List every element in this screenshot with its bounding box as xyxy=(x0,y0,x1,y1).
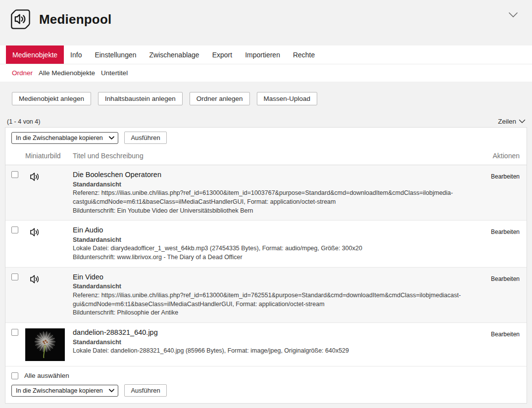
table-row: dandelion-288321_640.jpg Standardansicht… xyxy=(5,323,527,366)
speaker-icon xyxy=(29,171,41,183)
bulk-action-select[interactable]: In die Zwischenablage kopieren xyxy=(11,132,118,144)
media-table: In die Zwischenablage kopieren Ausführen… xyxy=(5,127,527,404)
tab-zwischenablage[interactable]: Zwischenablage xyxy=(143,45,205,64)
execute-button[interactable]: Ausführen xyxy=(124,132,166,144)
media-title: Die Booleschen Operatoren xyxy=(73,170,475,180)
media-view-label: Standardansicht xyxy=(73,282,475,291)
edit-link[interactable]: Bearbeiten xyxy=(491,331,520,338)
media-detail-line: Referenz: https://ilias.unibe.ch/ilias.p… xyxy=(73,291,475,300)
select-all-label: Alle auswählen xyxy=(24,372,69,379)
subtab-alle-medienobjekte[interactable]: Alle Medienobjekte xyxy=(39,69,95,77)
toolbar: Medienobjekt anlegen Inhaltsbaustein anl… xyxy=(12,92,532,105)
media-view-label: Standardansicht xyxy=(73,181,475,189)
media-detail-line: Bildunterschrift: www.librivox.org - The… xyxy=(73,253,475,262)
create-folder-button[interactable]: Ordner anlegen xyxy=(190,92,250,105)
execute-button[interactable]: Ausführen xyxy=(124,384,166,397)
mediapool-icon xyxy=(9,8,32,31)
row-checkbox[interactable] xyxy=(11,171,18,178)
table-row: Die Booleschen Operatoren Standardansich… xyxy=(5,165,527,221)
speaker-icon xyxy=(29,226,41,238)
chevron-down-icon[interactable] xyxy=(508,12,518,18)
column-title: Titel und Beschreibung xyxy=(73,152,475,160)
media-detail-line: Bildunterschrift: Philosophie der Antike xyxy=(73,309,475,317)
bulk-action-select[interactable]: In die Zwischenablage kopieren xyxy=(11,385,118,397)
create-content-snippet-button[interactable]: Inhaltsbaustein anlegen xyxy=(98,92,183,105)
table-header: Miniaturbild Titel und Beschreibung Akti… xyxy=(5,147,527,165)
pagination-row-top: (1 - 4 von 4) Zeilen xyxy=(7,118,526,125)
subtab-untertitel[interactable]: Untertitel xyxy=(101,69,128,77)
media-detail-line: Lokale Datei: diarydeadofficer_1_west_64… xyxy=(73,244,475,253)
pagination-top: (1 - 4 von 4) xyxy=(7,118,40,125)
edit-link[interactable]: Bearbeiten xyxy=(491,228,520,235)
subtab-ordner[interactable]: Ordner xyxy=(12,69,33,77)
window-header: Medienpool xyxy=(0,0,532,45)
dandelion-image xyxy=(25,328,65,361)
subtab-bar: Ordner Alle Medienobjekte Untertitel xyxy=(0,64,532,82)
rows-label: Zeilen xyxy=(498,118,516,125)
bulk-action-bar-top: In die Zwischenablage kopieren Ausführen xyxy=(5,128,527,147)
tab-einstellungen[interactable]: Einstellungen xyxy=(88,45,143,64)
media-view-label: Standardansicht xyxy=(73,236,475,245)
select-all-checkbox[interactable] xyxy=(11,372,18,379)
row-checkbox[interactable] xyxy=(11,329,18,336)
rows-dropdown[interactable]: Zeilen xyxy=(498,118,526,125)
media-title: dandelion-288321_640.jpg xyxy=(73,328,475,338)
media-detail-line: Referenz: https://ilias.unibe.ch/ilias.p… xyxy=(73,189,475,198)
tab-bar: Medienobjekte Info Einstellungen Zwische… xyxy=(0,45,532,64)
tab-rechte[interactable]: Rechte xyxy=(287,45,321,64)
row-checkbox[interactable] xyxy=(11,227,18,233)
media-title: Ein Video xyxy=(73,272,475,282)
edit-link[interactable]: Bearbeiten xyxy=(491,275,520,282)
media-view-label: Standardansicht xyxy=(73,338,475,347)
edit-link[interactable]: Bearbeiten xyxy=(491,173,520,180)
speaker-icon xyxy=(29,273,41,285)
row-checkbox[interactable] xyxy=(11,273,18,280)
column-actions: Aktionen xyxy=(475,152,520,160)
create-media-object-button[interactable]: Medienobjekt anlegen xyxy=(12,92,91,105)
tab-export[interactable]: Export xyxy=(206,45,239,64)
media-detail-line: Lokale Datei: dandelion-288321_640.jpg (… xyxy=(73,347,475,356)
media-title: Ein Audio xyxy=(73,226,475,235)
page-title: Medienpool xyxy=(39,12,111,27)
bulk-upload-button[interactable]: Massen-Upload xyxy=(257,92,318,105)
media-detail-line: Bildunterschrift: Ein Youtube Video der … xyxy=(73,207,475,216)
chevron-down-icon xyxy=(519,119,526,124)
media-detail-line: gui&cmdNode=m6:t1&baseClass=ilMediaCastH… xyxy=(73,300,475,309)
bulk-action-bar-bottom: In die Zwischenablage kopieren Ausführen xyxy=(5,380,527,403)
tab-importieren[interactable]: Importieren xyxy=(239,45,287,64)
media-detail-line: castgui&cmdNode=m6:t1&baseClass=ilMediaC… xyxy=(73,198,475,207)
column-thumbnail: Miniaturbild xyxy=(25,152,73,160)
table-row: Ein Audio Standardansicht Lokale Datei: … xyxy=(5,221,527,268)
tab-medienobjekte[interactable]: Medienobjekte xyxy=(6,45,64,64)
tab-info[interactable]: Info xyxy=(64,45,88,64)
select-all-row: Alle auswählen xyxy=(5,366,527,380)
table-row: Ein Video Standardansicht Referenz: http… xyxy=(5,268,527,323)
